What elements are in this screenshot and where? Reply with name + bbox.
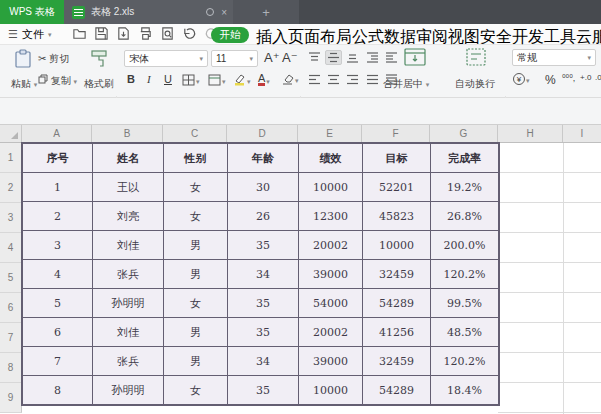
cell-a3[interactable]: 2 [23,202,93,231]
cell-d7[interactable]: 35 [228,318,299,347]
cell-c7[interactable]: 男 [164,318,228,347]
cell-d4[interactable]: 35 [228,231,299,260]
cell-f7[interactable]: 41256 [363,318,431,347]
format-painter-icon[interactable] [90,49,108,69]
cell-f5[interactable]: 32459 [363,260,431,289]
print-icon[interactable] [138,26,153,41]
cell-e7[interactable]: 20002 [299,318,363,347]
cell-c3[interactable]: 女 [164,202,228,231]
cell-e4[interactable]: 20002 [299,231,363,260]
print-preview-icon[interactable] [160,26,175,41]
cell-f4[interactable]: 10000 [363,231,431,260]
cell-e5[interactable]: 39000 [299,260,363,289]
merge-center-button[interactable]: 合并居中 ▾ [383,77,429,91]
cell-e1[interactable]: 绩效 [299,144,363,173]
cell-g9[interactable]: 18.4% [431,376,499,405]
column-header-f[interactable]: F [362,125,430,142]
cell-b1[interactable]: 姓名 [93,144,164,173]
row-header-3[interactable]: 3 [0,203,22,233]
cell-g8[interactable]: 120.2% [431,347,499,376]
column-header-a[interactable]: A [22,125,92,142]
tab-close-icon[interactable]: × [221,7,227,18]
cell-f8[interactable]: 32459 [363,347,431,376]
number-format-select[interactable]: 常规▾ [512,49,596,66]
font-name-select[interactable]: 宋体▾ [124,50,208,67]
paste-icon[interactable] [13,49,34,69]
cell-e6[interactable]: 54000 [299,289,363,318]
format-painter-button[interactable]: 格式刷 [84,77,114,91]
column-header-e[interactable]: E [298,125,362,142]
cell-c6[interactable]: 女 [164,289,228,318]
column-header-i[interactable]: I [563,125,601,142]
save-icon[interactable] [94,26,109,41]
justify-icon[interactable] [364,72,381,87]
cell-d9[interactable]: 35 [228,376,299,405]
cell-a5[interactable]: 4 [23,260,93,289]
borders-icon[interactable]: ▾ [182,74,200,86]
column-header-b[interactable]: B [92,125,163,142]
export-icon[interactable] [116,26,131,41]
percent-format-icon[interactable]: % [545,73,556,87]
cell-d5[interactable]: 34 [228,260,299,289]
align-center-icon[interactable] [325,72,342,87]
merge-center-icon[interactable] [404,48,426,66]
cell-a1[interactable]: 序号 [23,144,93,173]
cell-b6[interactable]: 孙明明 [93,289,164,318]
increase-font-icon[interactable]: A⁺ [264,50,280,65]
cell-b9[interactable]: 孙明明 [93,376,164,405]
cell-a7[interactable]: 6 [23,318,93,347]
align-top-icon[interactable] [306,50,323,65]
cell-d6[interactable]: 35 [228,289,299,318]
cell-g2[interactable]: 19.2% [431,173,499,202]
column-header-c[interactable]: C [163,125,227,142]
wrap-text-icon[interactable] [466,48,486,66]
currency-format-icon[interactable]: ¥▾ [513,73,530,85]
cell-a2[interactable]: 1 [23,173,93,202]
empty-cells-area[interactable] [498,143,601,414]
cell-c2[interactable]: 女 [164,173,228,202]
wps-logo[interactable]: WPS 表格 [0,0,64,24]
cell-d8[interactable]: 34 [228,347,299,376]
cell-b7[interactable]: 刘佳 [93,318,164,347]
align-middle-icon[interactable] [325,50,342,65]
tab-pin-icon[interactable] [206,8,214,16]
cell-g5[interactable]: 120.2% [431,260,499,289]
cell-d2[interactable]: 30 [228,173,299,202]
cell-c8[interactable]: 男 [164,347,228,376]
cell-f3[interactable]: 45823 [363,202,431,231]
cell-c5[interactable]: 男 [164,260,228,289]
undo-icon[interactable] [182,26,197,41]
document-tab[interactable]: 表格 2.xls × [64,0,233,24]
cell-e8[interactable]: 39000 [299,347,363,376]
row-header-5[interactable]: 5 [0,263,22,293]
align-right-icon[interactable] [344,72,361,87]
new-tab-button[interactable]: + [233,0,299,24]
column-header-g[interactable]: G [430,125,498,142]
cell-g3[interactable]: 26.8% [431,202,499,231]
row-header-4[interactable]: 4 [0,233,22,263]
select-all-corner[interactable] [0,125,22,142]
cell-b5[interactable]: 张兵 [93,260,164,289]
cell-c4[interactable]: 男 [164,231,228,260]
file-menu[interactable]: ☰ 文件 ▾ [8,27,51,42]
row-header-6[interactable]: 6 [0,293,22,323]
cell-d3[interactable]: 26 [228,202,299,231]
cell-a4[interactable]: 3 [23,231,93,260]
cell-e2[interactable]: 10000 [299,173,363,202]
highlight-color-icon[interactable]: ▾ [233,73,251,86]
row-header-8[interactable]: 8 [0,353,22,383]
decrease-decimal-icon[interactable]: .00 [595,73,601,82]
cell-b4[interactable]: 刘佳 [93,231,164,260]
clear-format-icon[interactable]: ▾ [281,73,299,85]
decrease-font-icon[interactable]: A⁻ [282,50,298,65]
cell-c1[interactable]: 性别 [164,144,228,173]
cell-g1[interactable]: 完成率 [431,144,499,173]
cell-a6[interactable]: 5 [23,289,93,318]
column-header-h[interactable]: H [498,125,563,142]
decrease-indent-icon[interactable] [364,50,381,65]
tab-home[interactable]: 开始 [211,27,249,43]
thousands-format-icon[interactable]: ⁰⁰⁰, [562,73,575,83]
cut-button[interactable]: ✂ 剪切 [38,52,69,66]
row-header-9[interactable]: 9 [0,383,22,413]
cell-g4[interactable]: 200.0% [431,231,499,260]
